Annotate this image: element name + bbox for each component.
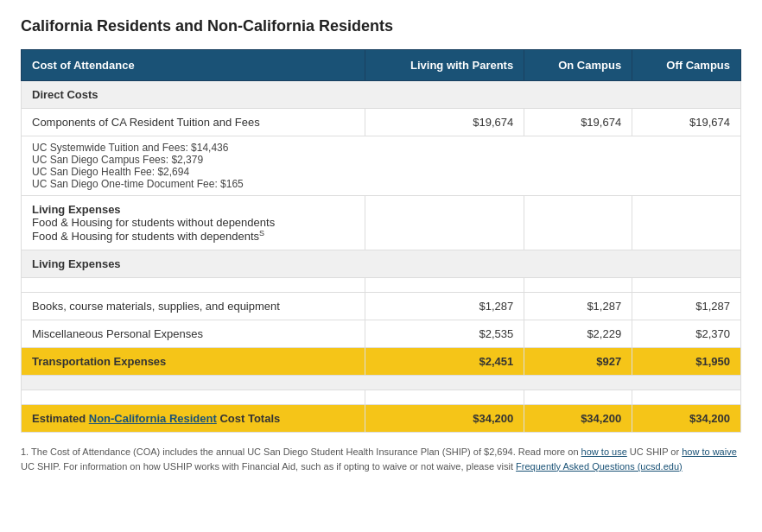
row-label xyxy=(22,278,365,293)
row-label: Miscellaneous Personal Expenses xyxy=(22,320,365,348)
ca-total-row: Transportation Expenses $2,451 $927 $1,9… xyxy=(22,348,741,376)
nonca-total-living: $34,200 xyxy=(365,405,524,433)
nonca-total-label: Estimated Non-California Resident Cost T… xyxy=(22,405,365,433)
row-offcampus xyxy=(632,278,741,293)
table-row: Miscellaneous Personal Expenses $2,535 $… xyxy=(22,320,741,348)
row-oncampus: $2,229 xyxy=(524,320,632,348)
row-oncampus: $1,287 xyxy=(524,293,632,320)
section-indirect-label: Living Expenses xyxy=(22,250,741,278)
table-row: Books, course materials, supplies, and e… xyxy=(22,293,741,320)
row-living: $1,287 xyxy=(365,293,524,320)
section-indirect-costs: Living Expenses xyxy=(22,250,741,278)
row-label xyxy=(22,390,365,405)
row-label: Books, course materials, supplies, and e… xyxy=(22,293,365,320)
nonca-total-offcampus: $34,200 xyxy=(632,405,741,433)
footnote-link1[interactable]: how to use xyxy=(581,446,627,457)
row-oncampus xyxy=(524,278,632,293)
ca-total-label: Transportation Expenses xyxy=(22,348,365,376)
footnote: 1. The Cost of Attendance (COA) includes… xyxy=(21,445,741,473)
col-header-offcampus: Off Campus xyxy=(632,50,741,81)
footnote-link2[interactable]: how to waive xyxy=(682,446,737,457)
ca-total-living: $2,451 xyxy=(365,348,524,376)
row-oncampus xyxy=(524,390,632,405)
table-row xyxy=(22,390,741,405)
footnote-link3[interactable]: Frequently Asked Questions (ucsd.edu) xyxy=(516,461,683,472)
cost-table: Cost of Attendance Living with Parents O… xyxy=(21,49,741,433)
sub-info-row: UC Systemwide Tuition and Fees: $14,436 … xyxy=(22,136,741,196)
row-oncampus: $19,674 xyxy=(524,109,632,136)
nonca-resident-link[interactable]: Non-California Resident xyxy=(89,412,217,425)
ca-total-offcampus: $1,950 xyxy=(632,348,741,376)
sub-info-text: UC Systemwide Tuition and Fees: $14,436 … xyxy=(22,136,741,196)
nonca-total-oncampus: $34,200 xyxy=(524,405,632,433)
row-living xyxy=(365,278,524,293)
page-title: California Residents and Non-California … xyxy=(21,17,741,35)
row-offcampus xyxy=(632,390,741,405)
row-offcampus: $2,370 xyxy=(632,320,741,348)
row-offcampus: $1,287 xyxy=(632,293,741,320)
row-living: $2,535 xyxy=(365,320,524,348)
living-expenses-living xyxy=(365,196,524,250)
living-expenses-oncampus xyxy=(524,196,632,250)
row-living xyxy=(365,390,524,405)
row-living: $19,674 xyxy=(365,109,524,136)
nonca-total-row: Estimated Non-California Resident Cost T… xyxy=(22,405,741,433)
section-direct-label: Direct Costs xyxy=(22,81,741,109)
section-direct-costs: Direct Costs xyxy=(22,81,741,109)
table-row: Components of CA Resident Tuition and Fe… xyxy=(22,109,741,136)
living-expenses-offcampus xyxy=(632,196,741,250)
table-row xyxy=(22,278,741,293)
living-expenses-row: Living Expenses Food & Housing for stude… xyxy=(22,196,741,250)
footnote-text: The Cost of Attendance (COA) includes th… xyxy=(31,446,578,457)
section-nonca-label xyxy=(22,376,741,390)
section-nonca xyxy=(22,376,741,390)
col-header-oncampus: On Campus xyxy=(524,50,632,81)
row-offcampus: $19,674 xyxy=(632,109,741,136)
col-header-label: Cost of Attendance xyxy=(22,50,365,81)
col-header-living: Living with Parents xyxy=(365,50,524,81)
footnote-number: 1. xyxy=(21,446,29,457)
row-label: Components of CA Resident Tuition and Fe… xyxy=(22,109,365,136)
living-expenses-label: Living Expenses Food & Housing for stude… xyxy=(22,196,365,250)
ca-total-oncampus: $927 xyxy=(524,348,632,376)
